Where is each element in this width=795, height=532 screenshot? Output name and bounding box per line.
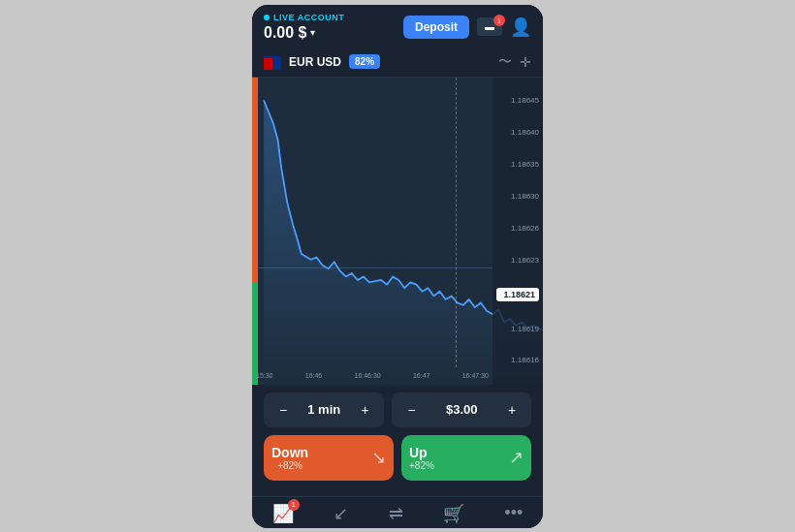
nav-cart[interactable]: 🛒 bbox=[443, 503, 464, 524]
notification-button[interactable]: ▬ 1 bbox=[477, 17, 502, 36]
chart-area: 1.18645 1.18640 1.18635 1.18630 1.18626 … bbox=[252, 78, 543, 385]
price-label-1: 1.18645 bbox=[496, 96, 539, 105]
time-minus-button[interactable]: − bbox=[271, 398, 295, 422]
chart-icon[interactable]: 〜 bbox=[498, 53, 512, 71]
up-button[interactable]: Up +82% ↗ bbox=[401, 435, 531, 481]
eu-flag-icon bbox=[264, 56, 281, 68]
horizontal-line bbox=[258, 267, 493, 268]
up-payout: +82% bbox=[409, 460, 434, 471]
nav-chart[interactable]: 📈 1 bbox=[272, 503, 294, 524]
header-left: LIVE ACCOUNT 0.00 $ ▾ bbox=[264, 13, 344, 42]
bar-red bbox=[252, 78, 258, 282]
nav-arrows[interactable]: ↙ bbox=[334, 503, 348, 524]
deposit-button[interactable]: Deposit bbox=[403, 16, 469, 39]
asset-name[interactable]: EUR USD bbox=[289, 55, 341, 69]
amount-control: − $3.00 + bbox=[392, 392, 531, 427]
down-label: Down bbox=[271, 445, 308, 460]
price-label-2: 1.18640 bbox=[496, 128, 539, 137]
time-label-2: 16:46 bbox=[305, 372, 323, 379]
controls-area: − 1 min + − $3.00 + Down +82% ↘ bbox=[252, 385, 543, 496]
time-control: − 1 min + bbox=[264, 392, 384, 427]
chart-side-bars bbox=[252, 78, 258, 385]
price-label-4: 1.18630 bbox=[496, 192, 539, 201]
live-dot bbox=[264, 15, 270, 20]
profile-icon[interactable]: 👤 bbox=[510, 16, 531, 38]
time-label-3: 16:46:30 bbox=[355, 372, 381, 379]
chevron-down-icon[interactable]: ▾ bbox=[310, 27, 315, 38]
down-button[interactable]: Down +82% ↘ bbox=[264, 435, 394, 481]
time-label-1: 15:30 bbox=[256, 372, 273, 379]
header: LIVE ACCOUNT 0.00 $ ▾ Deposit ▬ 1 👤 bbox=[252, 5, 543, 47]
notification-badge: 1 bbox=[493, 15, 505, 26]
down-payout: +82% bbox=[271, 460, 308, 471]
phone-container: LIVE ACCOUNT 0.00 $ ▾ Deposit ▬ 1 👤 EUR … bbox=[252, 5, 543, 528]
compass-icon[interactable]: ✛ bbox=[520, 54, 531, 70]
nav-more[interactable]: ••• bbox=[504, 503, 523, 523]
trade-buttons: Down +82% ↘ Up +82% ↗ bbox=[264, 435, 531, 481]
up-arrow-icon: ↗ bbox=[509, 447, 524, 468]
time-value: 1 min bbox=[307, 402, 340, 417]
nav-badge: 1 bbox=[288, 499, 300, 511]
header-right: Deposit ▬ 1 👤 bbox=[403, 16, 531, 39]
bottom-nav: 📈 1 ↙ ⇌ 🛒 ••• bbox=[252, 496, 543, 528]
down-arrow-icon: ↘ bbox=[371, 447, 386, 468]
time-plus-button[interactable]: + bbox=[353, 398, 376, 422]
cart-icon: 🛒 bbox=[443, 503, 464, 524]
balance-row: 0.00 $ ▾ bbox=[264, 24, 344, 42]
time-labels: 15:30 16:46 16:46:30 16:47 16:47:30 bbox=[252, 367, 493, 385]
dashed-line bbox=[456, 78, 457, 367]
balance-amount: 0.00 $ bbox=[264, 24, 306, 42]
arrows-icon: ↙ bbox=[334, 503, 348, 524]
price-label-5: 1.18626 bbox=[496, 224, 539, 233]
price-label-6: 1.18623 bbox=[496, 256, 539, 265]
up-label: Up bbox=[409, 445, 434, 460]
price-label-8: 1.18616 bbox=[496, 356, 539, 364]
price-label-current: 1.18621 bbox=[496, 288, 539, 301]
amount-plus-button[interactable]: + bbox=[500, 398, 524, 422]
down-text: Down +82% bbox=[271, 445, 308, 471]
asset-bar: EUR USD 82% 〜 ✛ bbox=[252, 47, 543, 78]
amount-value: $3.00 bbox=[446, 402, 478, 417]
time-label-5: 16:47:30 bbox=[462, 372, 489, 379]
nav-exchange[interactable]: ⇌ bbox=[389, 503, 403, 524]
svg-rect-1 bbox=[264, 58, 272, 70]
price-labels: 1.18645 1.18640 1.18635 1.18630 1.18626 … bbox=[493, 78, 543, 385]
more-icon: ••• bbox=[504, 503, 523, 523]
live-account-label: LIVE ACCOUNT bbox=[264, 13, 344, 22]
payout-badge: 82% bbox=[349, 54, 380, 69]
time-label-4: 16:47 bbox=[413, 372, 430, 379]
amount-minus-button[interactable]: − bbox=[399, 398, 423, 422]
price-label-7: 1.18619 bbox=[496, 325, 539, 333]
price-label-3: 1.18635 bbox=[496, 160, 539, 169]
exchange-icon: ⇌ bbox=[389, 503, 403, 524]
up-text: Up +82% bbox=[409, 445, 434, 471]
